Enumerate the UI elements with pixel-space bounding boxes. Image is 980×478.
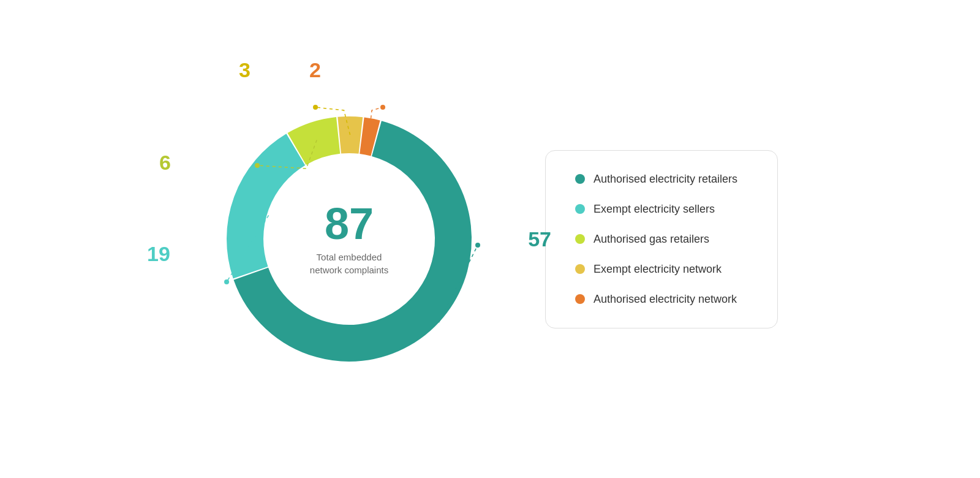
callout-57-value: 57: [528, 227, 551, 251]
callout-6-value: 6: [159, 151, 171, 175]
legend-dot-1: [575, 204, 585, 214]
callout-6: 6: [159, 151, 171, 175]
callout-2: 2: [309, 58, 321, 82]
legend-dot-3: [575, 264, 585, 274]
legend-label-1: Exempt electricity sellers: [594, 203, 715, 216]
legend-label-2: Authorised gas retailers: [594, 233, 709, 246]
callout-3: 3: [239, 58, 251, 82]
legend-box: Authorised electricity retailers Exempt …: [545, 150, 778, 328]
legend-item-1: Exempt electricity sellers: [575, 203, 748, 216]
callout-57: 57: [528, 227, 551, 251]
legend-label-4: Authorised electricity network: [594, 293, 737, 306]
legend-item-3: Exempt electricity network: [575, 263, 748, 276]
legend-item-0: Authorised electricity retailers: [575, 173, 748, 186]
legend-dot-0: [575, 174, 585, 184]
legend-label-3: Exempt electricity network: [594, 263, 722, 276]
donut-chart-area: 87 Total embedded network complaints 57 …: [202, 92, 496, 386]
chart-center: 87 Total embedded network complaints: [310, 202, 388, 276]
legend-dot-2: [575, 234, 585, 244]
chart-total-label: Total embedded network complaints: [310, 251, 388, 276]
legend-dot-4: [575, 294, 585, 304]
callout-19-value: 19: [147, 242, 170, 266]
callout-2-value: 2: [309, 58, 321, 82]
legend-item-2: Authorised gas retailers: [575, 233, 748, 246]
legend-label-0: Authorised electricity retailers: [594, 173, 737, 186]
chart-total-number: 87: [310, 202, 388, 246]
callout-3-value: 3: [239, 58, 251, 82]
callout-19: 19: [147, 242, 170, 266]
legend-item-4: Authorised electricity network: [575, 293, 748, 306]
page-container: 87 Total embedded network complaints 57 …: [0, 67, 980, 411]
